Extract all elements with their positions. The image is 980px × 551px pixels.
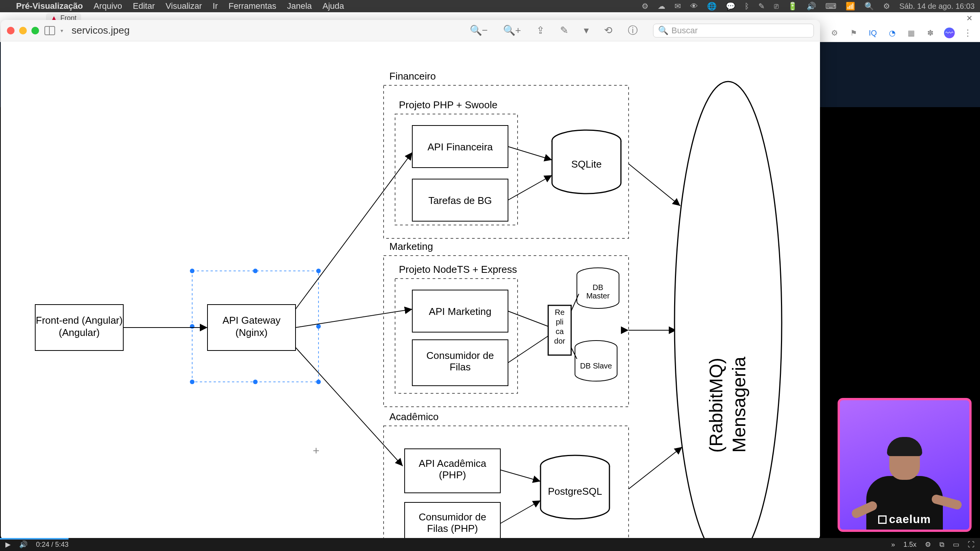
webcam-overlay: caelum: [838, 398, 972, 532]
flag-icon[interactable]: ⚑: [848, 28, 859, 38]
extension-icon[interactable]: IQ: [867, 28, 878, 38]
db-master[interactable]: DB Master: [577, 268, 619, 308]
menu-editar[interactable]: Editar: [133, 1, 155, 11]
rotate-icon[interactable]: ⟲: [604, 24, 612, 36]
pip-icon[interactable]: ⧉: [939, 541, 944, 549]
volume-icon[interactable]: 🔊: [19, 540, 28, 549]
playback-speed[interactable]: 1.5x: [903, 541, 916, 549]
svg-text:dor: dor: [554, 337, 565, 345]
status-icon[interactable]: ✉: [675, 2, 681, 11]
svg-text:API Marketing: API Marketing: [429, 306, 491, 317]
svg-point-5: [316, 269, 321, 273]
video-player-bar: ▶ 🔊 0:24 / 5:43 » 1.5x ⚙ ⧉ ▭ ⛶: [0, 538, 980, 551]
browser-menu-button[interactable]: ⋮: [963, 28, 972, 38]
svg-text:DB: DB: [593, 283, 603, 292]
menu-ferramentas[interactable]: Ferramentas: [229, 1, 276, 11]
node-replicador[interactable]: Re pli ca dor: [548, 305, 571, 355]
svg-text:Front-end
(Angular): Front-end (Angular): [36, 315, 123, 326]
progress-bar[interactable]: [0, 538, 69, 540]
battery-icon[interactable]: 🔋: [788, 2, 797, 11]
extension-icon[interactable]: ▦: [906, 28, 916, 38]
menu-janela[interactable]: Janela: [287, 1, 312, 11]
fullscreen-button[interactable]: [31, 27, 39, 34]
search-icon[interactable]: 🔍: [864, 2, 874, 11]
search-input[interactable]: 🔍 Buscar: [653, 24, 814, 37]
status-icon[interactable]: ⚙: [642, 2, 648, 11]
zoom-out-button[interactable]: 🔍−: [470, 24, 488, 36]
svg-point-6: [190, 324, 194, 329]
svg-text:API Financeira: API Financeira: [428, 141, 493, 153]
extension-icon[interactable]: 〰: [944, 28, 955, 38]
svg-text:Re: Re: [555, 308, 565, 316]
node-tarefas-bg[interactable]: Tarefas de BG: [412, 179, 508, 221]
svg-text:(Nginx): (Nginx): [235, 327, 268, 338]
menu-arquivo[interactable]: Arquivo: [93, 1, 122, 11]
node-api-gateway[interactable]: API Gateway (Nginx): [207, 305, 296, 350]
svg-text:ca: ca: [555, 327, 564, 336]
svg-point-3: [190, 269, 194, 273]
db-postgresql[interactable]: PostgreSQL: [541, 455, 609, 519]
status-icon[interactable]: 👁: [690, 2, 698, 11]
edge: [500, 500, 541, 523]
group-title-academico: Acadêmico: [389, 411, 439, 422]
window-title: servicos.jpeg: [72, 24, 130, 36]
svg-point-10: [316, 380, 321, 384]
app-name[interactable]: Pré-Visualização: [16, 1, 83, 11]
diagram-canvas: Front-end (Angular) (Angular) API Gatewa…: [1, 41, 820, 540]
node-consumidor-academico[interactable]: Consumidor de Filas (PHP): [405, 502, 500, 540]
search-icon: 🔍: [658, 26, 668, 36]
db-slave[interactable]: DB Slave: [575, 341, 617, 381]
markup-icon[interactable]: ✎: [560, 24, 568, 36]
fullscreen-icon[interactable]: ⛶: [968, 541, 975, 549]
edge: [508, 147, 552, 160]
extension-icon[interactable]: ✽: [925, 28, 936, 38]
chevron-down-icon[interactable]: ▾: [60, 28, 63, 34]
node-api-academica[interactable]: API Acadêmica (PHP): [405, 449, 500, 493]
menu-visualizar[interactable]: Visualizar: [166, 1, 202, 11]
node-api-financeira[interactable]: API Financeira: [412, 126, 508, 168]
info-icon[interactable]: ⓘ: [628, 24, 638, 37]
share-icon[interactable]: ⇪: [536, 24, 545, 36]
svg-point-7: [316, 324, 321, 329]
close-icon[interactable]: ×: [967, 12, 972, 24]
db-sqlite[interactable]: SQLite: [552, 130, 621, 194]
theater-icon[interactable]: ▭: [953, 540, 959, 549]
status-icon[interactable]: ☁: [658, 2, 665, 11]
node-frontend[interactable]: Front-end (Angular) (Angular): [35, 305, 123, 350]
settings-icon[interactable]: ⚙: [925, 540, 931, 549]
extension-icon[interactable]: ◔: [887, 28, 897, 38]
next-icon[interactable]: »: [891, 541, 895, 549]
edge: [508, 311, 548, 326]
crosshair-cursor-icon: +: [313, 444, 320, 457]
clock[interactable]: Sáb. 14 de ago. 16:03: [899, 2, 975, 11]
brand-watermark: caelum: [840, 513, 969, 526]
svg-point-9: [253, 380, 258, 384]
menu-ajuda[interactable]: Ajuda: [323, 1, 344, 11]
search-placeholder: Buscar: [671, 26, 697, 36]
node-mensageria[interactable]: Mensageria (RabbitMQ): [675, 82, 782, 540]
traffic-lights: [7, 27, 39, 34]
zoom-in-button[interactable]: 🔍+: [503, 24, 521, 36]
wifi-icon[interactable]: 📶: [846, 2, 855, 11]
menu-ir[interactable]: Ir: [213, 1, 218, 11]
status-icon[interactable]: 🌐: [707, 2, 717, 11]
time-display: 0:24 / 5:43: [36, 541, 69, 549]
status-icon[interactable]: ✎: [758, 2, 765, 11]
control-center-icon[interactable]: ⚙: [883, 2, 890, 11]
chevron-down-icon[interactable]: ▾: [584, 24, 589, 36]
svg-text:DB Slave: DB Slave: [580, 362, 612, 370]
svg-text:PostgreSQL: PostgreSQL: [548, 486, 602, 497]
display-icon[interactable]: ⎚: [774, 2, 779, 11]
extension-icon[interactable]: ⚙: [829, 28, 840, 38]
svg-text:SQLite: SQLite: [571, 158, 602, 170]
keyboard-icon[interactable]: ⌨: [825, 2, 836, 11]
node-api-marketing[interactable]: API Marketing: [412, 290, 508, 332]
close-button[interactable]: [7, 27, 15, 34]
minimize-button[interactable]: [19, 27, 27, 34]
play-button[interactable]: ▶: [5, 540, 11, 549]
volume-icon[interactable]: 🔊: [807, 2, 816, 11]
sidebar-toggle-icon[interactable]: [44, 26, 55, 35]
status-icon[interactable]: 💬: [726, 2, 735, 11]
bluetooth-icon[interactable]: ᛒ: [745, 2, 749, 11]
node-consumidor-filas[interactable]: Consumidor de Filas: [412, 340, 508, 386]
